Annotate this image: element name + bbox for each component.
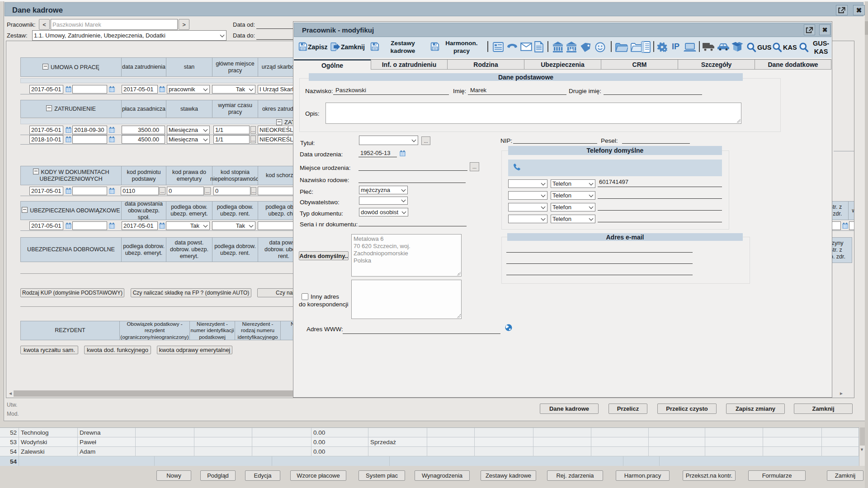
svg-text:w: w bbox=[569, 47, 573, 52]
